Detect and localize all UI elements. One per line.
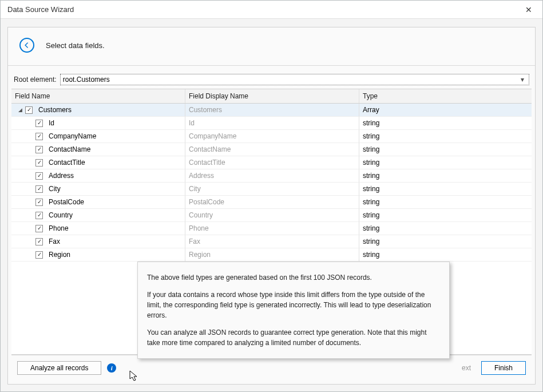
table-header: Field Name Field Display Name Type	[11, 89, 532, 104]
cell-type: string	[359, 222, 532, 235]
next-button-partial[interactable]: ext	[462, 364, 474, 372]
field-name-text: ContactTitle	[49, 159, 85, 167]
field-name-text: Id	[49, 119, 54, 127]
cell-type: Array	[359, 104, 532, 117]
cell-display-name[interactable]: Customers	[185, 104, 359, 117]
table-row[interactable]: RegionRegionstring	[11, 248, 532, 262]
tooltip-p2: If your data contains a record whose typ…	[147, 290, 440, 320]
row-checkbox[interactable]	[35, 212, 43, 219]
row-checkbox[interactable]	[35, 120, 43, 127]
cell-field-name: ◢Customers	[11, 104, 185, 117]
cell-display-name[interactable]: Phone	[185, 222, 359, 235]
table-row[interactable]: PhonePhonestring	[11, 222, 532, 235]
titlebar: Data Source Wizard ✕	[1, 1, 542, 19]
table-row[interactable]: FaxFaxstring	[11, 235, 532, 248]
table-row[interactable]: ContactTitleContactTitlestring	[11, 156, 532, 169]
field-name-text: Customers	[38, 106, 72, 114]
tooltip-p3: You can analyze all JSON records to guar…	[147, 327, 440, 348]
field-name-text: Fax	[49, 237, 60, 246]
cell-field-name: ContactName	[11, 143, 185, 156]
row-checkbox[interactable]	[35, 133, 43, 140]
root-element-select[interactable]: root.Customers ▾	[60, 74, 529, 85]
back-button[interactable]	[19, 38, 34, 53]
row-checkbox[interactable]	[35, 238, 43, 246]
cell-display-name[interactable]: Id	[185, 117, 359, 130]
row-checkbox[interactable]	[35, 159, 43, 167]
cell-display-name[interactable]: CompanyName	[185, 130, 359, 143]
body-section: Root element: root.Customers ▾ Field Nam…	[8, 66, 535, 384]
cell-field-name: CompanyName	[11, 130, 185, 143]
step-title: Select data fields.	[46, 41, 105, 50]
root-element-label: Root element:	[14, 76, 57, 84]
row-checkbox[interactable]	[25, 106, 33, 114]
table-body: ◢CustomersCustomersArrayIdIdstringCompan…	[11, 104, 532, 262]
window-title: Data Source Wizard	[7, 5, 74, 14]
tooltip-p1: The above field types are generated base…	[147, 272, 440, 283]
root-element-value: root.Customers	[63, 76, 110, 84]
table-row[interactable]: ◢CustomersCustomersArray	[11, 104, 532, 117]
field-name-text: Address	[49, 172, 74, 180]
cell-display-name[interactable]: City	[185, 183, 359, 196]
cell-field-name: Country	[11, 209, 185, 222]
cell-type: string	[359, 156, 532, 169]
cell-type: string	[359, 183, 532, 196]
cell-display-name[interactable]: ContactTitle	[185, 156, 359, 169]
field-name-text: CompanyName	[49, 132, 96, 140]
field-name-text: City	[49, 185, 61, 193]
cell-field-name: ContactTitle	[11, 156, 185, 169]
info-tooltip: The above field types are generated base…	[137, 262, 450, 359]
table-row[interactable]: IdIdstring	[11, 117, 532, 130]
cell-type: string	[359, 196, 532, 209]
cell-field-name: Phone	[11, 222, 185, 235]
cell-field-name: City	[11, 183, 185, 196]
cell-display-name[interactable]: Region	[185, 248, 359, 262]
col-header-display[interactable]: Field Display Name	[185, 89, 359, 103]
col-header-name[interactable]: Field Name	[11, 89, 185, 103]
field-name-text: ContactName	[49, 145, 90, 153]
row-checkbox[interactable]	[35, 185, 43, 193]
close-icon[interactable]: ✕	[522, 4, 536, 15]
step-header: Select data fields.	[8, 27, 535, 66]
field-name-text: Phone	[49, 224, 69, 232]
footer-left: Analyze all records i	[17, 361, 116, 375]
cell-type: string	[359, 248, 532, 262]
root-element-row: Root element: root.Customers ▾	[11, 74, 532, 89]
cell-field-name: Address	[11, 169, 185, 183]
row-checkbox[interactable]	[35, 225, 43, 232]
arrow-left-icon	[23, 41, 31, 49]
table-row[interactable]: AddressAddressstring	[11, 169, 532, 183]
cell-display-name[interactable]: PostalCode	[185, 196, 359, 209]
cell-type: string	[359, 130, 532, 143]
cell-field-name: Region	[11, 248, 185, 262]
finish-button[interactable]: Finish	[481, 361, 526, 375]
dropdown-arrow-icon: ▾	[518, 76, 526, 84]
table-row[interactable]: ContactNameContactNamestring	[11, 143, 532, 156]
col-header-type[interactable]: Type	[359, 89, 532, 103]
analyze-all-button[interactable]: Analyze all records	[17, 361, 101, 375]
info-icon[interactable]: i	[107, 363, 116, 373]
cell-display-name[interactable]: ContactName	[185, 143, 359, 156]
cell-type: string	[359, 169, 532, 183]
table-row[interactable]: CityCitystring	[11, 183, 532, 196]
cell-display-name[interactable]: Fax	[185, 235, 359, 248]
row-checkbox[interactable]	[35, 251, 43, 259]
cell-type: string	[359, 117, 532, 130]
cell-type: string	[359, 209, 532, 222]
cell-display-name[interactable]: Address	[185, 169, 359, 183]
expand-toggle-icon[interactable]: ◢	[17, 107, 23, 113]
row-checkbox[interactable]	[35, 199, 43, 206]
cell-field-name: Id	[11, 117, 185, 130]
table-row[interactable]: CountryCountrystring	[11, 209, 532, 222]
cell-type: string	[359, 143, 532, 156]
field-name-text: Region	[49, 251, 70, 259]
content-panel: Select data fields. Root element: root.C…	[7, 27, 536, 385]
table-row[interactable]: CompanyNameCompanyNamestring	[11, 130, 532, 143]
field-name-text: PostalCode	[49, 198, 84, 206]
cell-field-name: Fax	[11, 235, 185, 248]
cell-field-name: PostalCode	[11, 196, 185, 209]
row-checkbox[interactable]	[35, 146, 43, 153]
table-row[interactable]: PostalCodePostalCodestring	[11, 196, 532, 209]
cell-display-name[interactable]: Country	[185, 209, 359, 222]
row-checkbox[interactable]	[35, 172, 43, 180]
field-name-text: Country	[49, 211, 73, 219]
